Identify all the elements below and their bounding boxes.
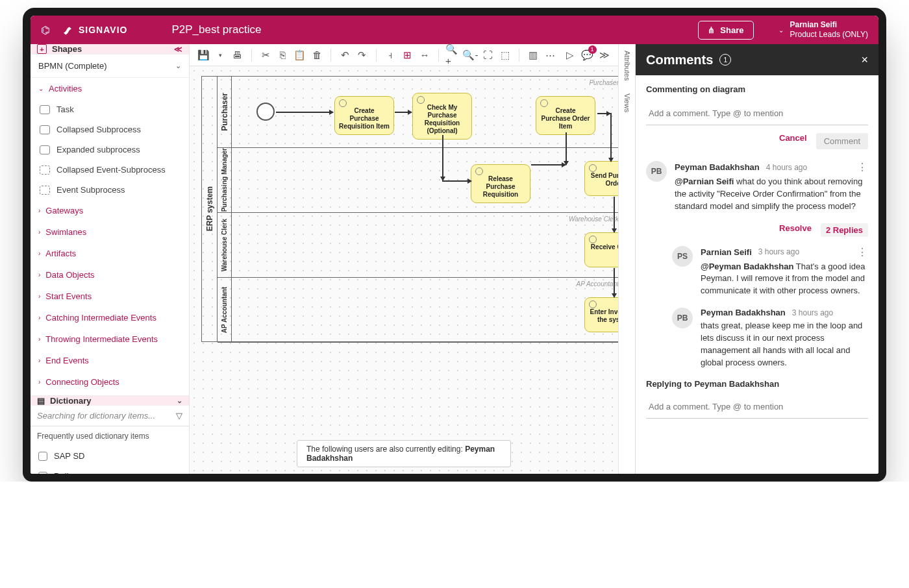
category-throwing-intermediate[interactable]: ›Throwing Intermediate Events — [31, 328, 189, 350]
chevron-down-icon: ⌄ — [175, 62, 181, 70]
lane-purchasing-manager[interactable]: Purchasing Manager Release Purchase Requ… — [218, 148, 618, 213]
editor-toolbar: 💾 ▾ 🖶 ✂ ⎘ 📋 🗑 ↶ ↷ ⫞ ⊞ ↔ 🔍+ 🔍- ⛶ ⬚ ▥ ⋯ ▷ — [190, 44, 618, 66]
shape-task[interactable]: Task — [31, 99, 189, 119]
category-gateways[interactable]: ›Gateways — [31, 200, 189, 221]
chevron-right-icon: › — [38, 336, 40, 343]
diagram-canvas[interactable]: ERP system Purchaser Purchaser Create Pu… — [190, 66, 618, 474]
comments-subtitle: Commenting on diagram — [646, 84, 868, 94]
grid-button[interactable]: ⊞ — [400, 47, 414, 63]
plus-icon[interactable]: + — [37, 44, 47, 54]
category-data-objects[interactable]: ›Data Objects — [31, 264, 189, 286]
lane-ap-accountant[interactable]: AP Accountant AP Accountant Enter Invoic… — [218, 278, 618, 343]
tab-views[interactable]: Views — [623, 93, 631, 112]
tab-attributes[interactable]: Attributes — [623, 51, 631, 80]
comments-button[interactable]: 💬 — [580, 47, 594, 63]
task-receive-goods[interactable]: Receive Goods — [584, 232, 618, 267]
replies-badge[interactable]: 2 Replies — [821, 223, 868, 237]
shape-event-subprocess[interactable]: Event Subprocess — [31, 180, 189, 200]
task-icon — [40, 105, 50, 114]
align-button[interactable]: ⫞ — [383, 47, 397, 63]
hierarchy-icon[interactable]: ⌬ — [41, 24, 50, 36]
collapse-icon[interactable]: ≪ — [174, 45, 182, 54]
task-release-requisition[interactable]: Release Purchase Requisition — [471, 164, 530, 203]
more-button[interactable]: ⋯ — [543, 47, 557, 63]
dict-item[interactable]: Deliver — [31, 466, 189, 474]
collapse-right-button[interactable]: ≫ — [597, 47, 612, 63]
task-create-po[interactable]: Create Purchase Order Item — [536, 96, 595, 135]
delete-button[interactable]: 🗑 — [310, 47, 324, 63]
more-icon[interactable]: ⋮ — [857, 246, 868, 258]
right-vertical-tabs: Attributes Views — [618, 44, 635, 474]
lane-warehouse-clerk[interactable]: Warehouse Clerk Warehouse Clerk Receive … — [218, 213, 618, 278]
redo-button[interactable]: ↷ — [355, 47, 369, 63]
comment-text: @Parnian Seifi what do you think about r… — [675, 176, 868, 213]
zoom-out-button[interactable]: 🔍- — [462, 47, 478, 63]
dictionary-search[interactable]: Searching for dictionary items... ▽ — [31, 406, 189, 426]
close-icon[interactable]: × — [861, 53, 868, 67]
comment-reply: PS Parnian Seifi3 hours ago⋮ @Peyman Bad… — [672, 246, 868, 298]
lane-purchaser[interactable]: Purchaser Purchaser Create Purchase Requ… — [218, 77, 618, 148]
paste-button[interactable]: 📋 — [293, 47, 307, 63]
user-menu[interactable]: ⌄ Parnian Seifi Product Leads (ONLY) — [778, 20, 869, 40]
category-start-events[interactable]: ›Start Events — [31, 286, 189, 307]
filter-icon[interactable]: ▽ — [176, 411, 182, 421]
shapes-header[interactable]: + Shapes ≪ — [31, 44, 189, 55]
chevron-right-icon: › — [38, 207, 40, 214]
task-send-po[interactable]: Send Purchase Order — [584, 161, 618, 196]
share-icon: ⋔ — [708, 25, 715, 35]
chevron-right-icon: › — [38, 228, 40, 236]
dictionary-frequent-label: Frequently used dictionary items — [31, 426, 189, 446]
chevron-right-icon: › — [38, 271, 40, 278]
preview-button[interactable]: ▷ — [563, 47, 577, 63]
resolve-button[interactable]: Resolve — [779, 223, 812, 237]
chevron-down-icon: ⌄ — [38, 85, 44, 92]
dict-item[interactable]: SAP SD — [31, 446, 189, 466]
more-icon[interactable]: ⋮ — [857, 161, 868, 173]
shape-collapsed-event-subprocess[interactable]: Collapsed Event-Subprocess — [31, 160, 189, 180]
sequence-flow — [566, 132, 567, 165]
zoom-in-button[interactable]: 🔍+ — [445, 47, 460, 63]
category-swimlanes[interactable]: ›Swimlanes — [31, 221, 189, 243]
task-create-requisition[interactable]: Create Purchase Requisition Item — [334, 96, 394, 135]
sequence-flow — [614, 197, 615, 232]
bpmn-pool[interactable]: ERP system Purchaser Purchaser Create Pu… — [201, 76, 618, 342]
category-activities[interactable]: ⌄Activities — [31, 78, 189, 99]
layout-button[interactable]: ▥ — [526, 47, 540, 63]
share-button[interactable]: ⋔ Share — [698, 21, 753, 40]
sequence-flow — [614, 268, 615, 297]
print-button[interactable]: 🖶 — [230, 47, 245, 63]
task-enter-invoice[interactable]: Enter Invoice to the system — [584, 297, 618, 332]
comment-input[interactable] — [646, 102, 868, 125]
copy-button[interactable]: ⎘ — [275, 47, 290, 63]
cancel-button[interactable]: Cancel — [779, 133, 807, 149]
category-end-events[interactable]: ›End Events — [31, 350, 189, 371]
category-artifacts[interactable]: ›Artifacts — [31, 243, 189, 264]
fit-button[interactable]: ⛶ — [480, 47, 495, 63]
task-check-requisition[interactable]: Check My Purchase Requisition (Optional) — [412, 93, 472, 140]
category-catching-intermediate[interactable]: ›Catching Intermediate Events — [31, 307, 189, 328]
sequence-flow — [610, 113, 612, 162]
cut-button[interactable]: ✂ — [258, 47, 273, 63]
start-event[interactable] — [256, 103, 275, 121]
spacing-button[interactable]: ↔ — [417, 47, 432, 63]
chevron-down-icon: ⌄ — [778, 27, 784, 34]
save-dropdown[interactable]: ▾ — [213, 47, 227, 63]
category-connecting-objects[interactable]: ›Connecting Objects — [31, 371, 189, 393]
reply-input[interactable] — [646, 395, 868, 419]
document-title: P2P_best practice — [171, 23, 261, 36]
comment-reply: PB Peyman Badakhshan3 hours ago thats gr… — [672, 308, 868, 369]
module-icon — [38, 472, 47, 474]
chevron-right-icon: › — [38, 314, 40, 321]
shape-collapsed-subprocess[interactable]: Collapsed Subprocess — [31, 119, 189, 140]
undo-button[interactable]: ↶ — [338, 47, 352, 63]
shape-expanded-subprocess[interactable]: Expanded subprocess — [31, 140, 189, 160]
sequence-flow — [597, 113, 610, 114]
select-button[interactable]: ⬚ — [498, 47, 512, 63]
dictionary-header[interactable]: ▤ Dictionary ⌄ — [31, 395, 189, 406]
comments-count: 1 — [719, 54, 731, 66]
comment-submit-button[interactable]: Comment — [816, 133, 868, 149]
event-subprocess-icon — [40, 165, 50, 175]
chevron-right-icon: › — [38, 378, 40, 386]
shape-set-select[interactable]: BPMN (Complete)⌄ — [31, 55, 189, 78]
save-button[interactable]: 💾 — [196, 47, 210, 63]
